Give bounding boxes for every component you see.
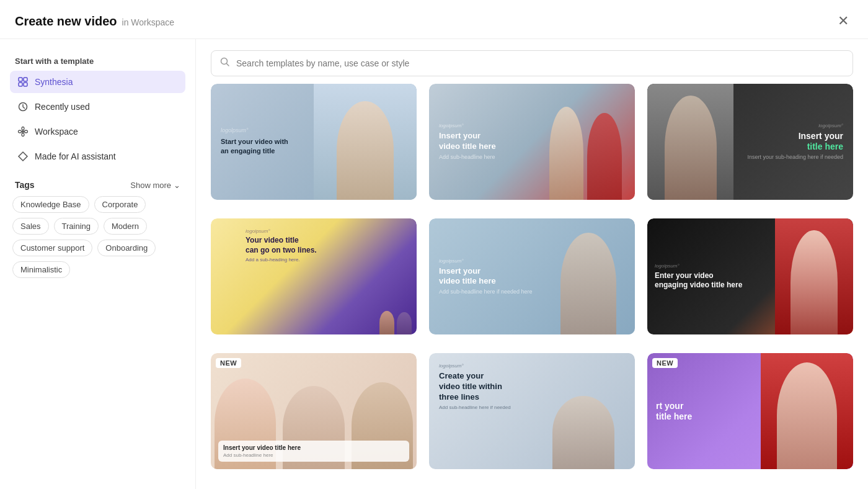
search-bar	[196, 39, 868, 84]
show-more-label: Show more	[130, 181, 171, 190]
new-badge-7: NEW	[216, 358, 241, 368]
tag-modern[interactable]: Modern	[104, 218, 147, 235]
chevron-down-icon: ⌄	[174, 181, 180, 190]
svg-point-9	[25, 130, 28, 133]
tags-section: Tags Show more ⌄ Knowledge Base Corporat…	[10, 180, 185, 278]
new-badge-9: NEW	[652, 358, 678, 368]
tag-onboarding[interactable]: Onboarding	[97, 240, 156, 256]
svg-point-6	[22, 127, 24, 130]
tag-sales[interactable]: Sales	[12, 218, 49, 235]
tags-label: Tags	[15, 180, 35, 190]
sidebar-ai-label: Made for AI assistant	[35, 151, 116, 161]
template-name-1: Sleek Corporate Video Template	[211, 205, 417, 206]
template-thumb-5: logolpsum° Insert yourvideo title here A…	[429, 218, 635, 334]
create-video-modal: Create new video in Workspace ✕ Start wi…	[0, 0, 868, 489]
sidebar-item-recently-used[interactable]: Recently used	[10, 96, 185, 118]
template-name-5: Stylish Corporate Presentation	[429, 339, 635, 341]
tag-knowledge-base[interactable]: Knowledge Base	[12, 196, 89, 213]
sidebar-item-synthesia[interactable]: Synthesia	[10, 71, 185, 93]
show-more-tags-button[interactable]: Show more ⌄	[130, 181, 180, 190]
template-card-5[interactable]: logolpsum° Insert yourvideo title here A…	[429, 218, 635, 341]
clock-icon	[17, 101, 29, 112]
main-content: logolpsum° Start your video withan engag…	[196, 39, 868, 489]
template-thumb-7: NEW Insert your video title here Add sub…	[211, 353, 417, 469]
template-thumb-9: NEW rt yourtitle here	[647, 353, 853, 469]
tag-corporate[interactable]: Corporate	[94, 196, 146, 213]
template-thumb-3: logolpsum° Insert yourtitle here Insert …	[647, 84, 853, 200]
svg-rect-3	[24, 83, 27, 86]
sidebar-synthesia-label: Synthesia	[35, 77, 73, 87]
search-input-wrap	[211, 50, 853, 76]
modal-title: Create new video	[15, 14, 117, 29]
sidebar-section-title: Start with a template	[15, 56, 185, 66]
template-thumb-2: logolpsum° Insert yourvideo title here A…	[429, 84, 635, 200]
sidebar: Start with a template Synthesia	[0, 39, 196, 489]
modal-subtitle: in Workspace	[122, 17, 175, 27]
sidebar-recently-used-label: Recently used	[35, 102, 90, 112]
template-card-2[interactable]: logolpsum° Insert yourvideo title here A…	[429, 84, 635, 206]
template-thumb-6: logolpsum° Enter your videoengaging vide…	[647, 218, 853, 334]
svg-point-8	[19, 130, 22, 133]
svg-point-7	[22, 133, 24, 137]
template-name-3: Corporate Office Template	[647, 205, 853, 206]
modal-header: Create new video in Workspace ✕	[0, 0, 868, 39]
template-card-3[interactable]: logolpsum° Insert yourtitle here Insert …	[647, 84, 853, 206]
tag-customer-support[interactable]: Customer support	[12, 240, 92, 256]
template-card-4[interactable]: logolpsum° Your video titlecan go on two…	[211, 218, 417, 341]
close-icon: ✕	[838, 13, 849, 29]
search-input[interactable]	[236, 58, 844, 68]
template-name-4: Multi Avatar Presentation	[211, 339, 417, 341]
template-thumb-1: logolpsum° Start your video withan engag…	[211, 84, 417, 200]
flower-icon	[17, 126, 29, 137]
sidebar-item-workspace[interactable]: Workspace	[10, 120, 185, 143]
template-card-1[interactable]: logolpsum° Start your video withan engag…	[211, 84, 417, 206]
tag-training[interactable]: Training	[54, 218, 99, 235]
svg-rect-2	[19, 83, 22, 86]
template-card-6[interactable]: logolpsum° Enter your videoengaging vide…	[647, 218, 853, 341]
grid-icon	[17, 76, 29, 87]
sidebar-workspace-label: Workspace	[35, 127, 78, 137]
tag-minimalistic[interactable]: Minimalistic	[12, 261, 70, 278]
diamond-icon	[17, 151, 29, 162]
search-icon	[220, 57, 230, 70]
template-thumb-8: logolpsum° Create yourvideo title within…	[429, 353, 635, 469]
header-left: Create new video in Workspace	[15, 14, 174, 29]
template-name-2: Business Report	[429, 205, 635, 206]
templates-grid: logolpsum° Start your video withan engag…	[196, 84, 868, 489]
template-card-9[interactable]: NEW rt yourtitle here	[647, 353, 853, 474]
template-card-8[interactable]: logolpsum° Create yourvideo title within…	[429, 353, 635, 474]
tags-header: Tags Show more ⌄	[10, 180, 185, 190]
svg-point-5	[22, 130, 24, 133]
template-name-6: Business Intro Template	[647, 339, 853, 341]
svg-rect-0	[19, 78, 22, 81]
modal-body: Start with a template Synthesia	[0, 39, 868, 489]
tags-list: Knowledge Base Corporate Sales Training …	[10, 196, 185, 278]
close-button[interactable]: ✕	[833, 11, 853, 31]
template-thumb-4: logolpsum° Your video titlecan go on two…	[211, 218, 417, 334]
svg-rect-1	[24, 78, 27, 81]
template-card-7[interactable]: NEW Insert your video title here Add sub…	[211, 353, 417, 474]
sidebar-item-ai-assistant[interactable]: Made for AI assistant	[10, 145, 185, 168]
